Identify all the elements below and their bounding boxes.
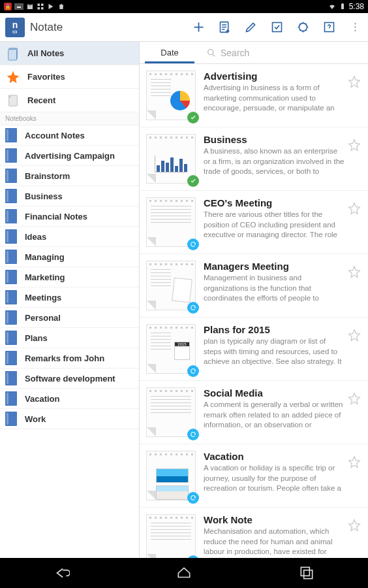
favorite-button[interactable] bbox=[345, 71, 364, 120]
notebook-label: Account Notes bbox=[25, 131, 85, 140]
note-thumbnail bbox=[146, 134, 196, 184]
notebook-icon bbox=[5, 351, 17, 365]
note-item[interactable]: Social MediaA comment is generally a ver… bbox=[140, 381, 368, 444]
notebook-label: Personal bbox=[25, 313, 61, 323]
note-desc: Advertising in business is a form of mar… bbox=[204, 83, 345, 114]
notebook-item[interactable]: Software development bbox=[0, 368, 139, 389]
new-note-button[interactable] bbox=[211, 13, 238, 42]
star-icon bbox=[347, 328, 361, 342]
svg-point-12 bbox=[354, 29, 356, 31]
notebook-item[interactable]: Financial Notes bbox=[0, 206, 139, 227]
notebook-item[interactable]: Ideas bbox=[0, 227, 139, 247]
nav-label: Recent bbox=[27, 95, 55, 105]
svg-rect-0 bbox=[38, 4, 40, 7]
note-title: Vacation bbox=[204, 451, 345, 462]
overflow-button[interactable] bbox=[342, 13, 368, 42]
clock-text: 5:38 bbox=[349, 2, 364, 11]
svg-rect-7 bbox=[272, 23, 281, 32]
svg-point-10 bbox=[354, 23, 356, 25]
note-item[interactable]: AdvertisingAdvertising in business is a … bbox=[140, 64, 368, 127]
notebook-icon bbox=[5, 391, 17, 406]
favorite-button[interactable] bbox=[345, 324, 364, 374]
note-item[interactable]: Work NoteMechanisation and automation, w… bbox=[140, 508, 368, 558]
notebook-label: Vacation bbox=[25, 394, 59, 404]
note-list[interactable]: AdvertisingAdvertising in business is a … bbox=[140, 64, 368, 558]
notebook-icon bbox=[5, 270, 17, 284]
tab-date[interactable]: Date bbox=[140, 42, 200, 63]
add-button[interactable] bbox=[185, 13, 211, 42]
notebook-item[interactable]: Managing bbox=[0, 247, 139, 267]
note-thumbnail bbox=[146, 514, 196, 558]
star-icon bbox=[347, 74, 361, 89]
status-badge-ok bbox=[187, 175, 199, 187]
notebook-item[interactable]: Work bbox=[0, 409, 139, 429]
note-title: CEO's Meeting bbox=[204, 197, 345, 208]
nav-label: All Notes bbox=[27, 48, 64, 58]
wifi-icon bbox=[328, 3, 336, 10]
settings-button[interactable] bbox=[290, 13, 316, 42]
notebook-item[interactable]: Marketing bbox=[0, 267, 139, 287]
nav-recent[interactable]: Recent bbox=[0, 89, 139, 112]
notebook-label: Meetings bbox=[25, 293, 61, 302]
bag-icon bbox=[57, 3, 65, 10]
notebook-item[interactable]: Advertising Campaign bbox=[0, 146, 139, 166]
favorite-button[interactable] bbox=[345, 387, 364, 437]
lock-icon: 🔒 bbox=[4, 3, 12, 10]
notebook-item[interactable]: Meetings bbox=[0, 287, 139, 308]
note-item[interactable]: BusinessA business, also known as an ent… bbox=[140, 127, 368, 191]
recent-icon bbox=[5, 93, 21, 108]
notebook-label: Business bbox=[25, 191, 63, 201]
status-badge-sync bbox=[187, 238, 199, 250]
note-item[interactable]: Managers MeetingManagement in business a… bbox=[140, 254, 368, 318]
help-button[interactable] bbox=[316, 13, 342, 42]
note-title: Work Note bbox=[204, 514, 345, 525]
favorite-button[interactable] bbox=[345, 451, 364, 500]
back-button[interactable] bbox=[42, 558, 81, 588]
notebook-item[interactable]: Account Notes bbox=[0, 125, 139, 146]
search-input[interactable]: Search bbox=[200, 42, 368, 63]
recents-button[interactable] bbox=[287, 558, 326, 588]
svg-rect-2 bbox=[38, 7, 40, 10]
notebook-item[interactable]: Remarks from John bbox=[0, 348, 139, 368]
nav-all[interactable]: All Notes bbox=[0, 42, 139, 65]
notebook-item[interactable]: Plans bbox=[0, 328, 139, 348]
notebook-item[interactable]: Personal bbox=[0, 308, 139, 328]
favorite-button[interactable] bbox=[345, 514, 364, 558]
note-title: Advertising bbox=[204, 71, 345, 82]
note-desc: A business, also known as an enterprise … bbox=[204, 146, 345, 177]
note-item[interactable]: Plans for 2015plan is typically any diag… bbox=[140, 318, 368, 381]
note-item[interactable]: VacationA vacation or holiday is a speci… bbox=[140, 444, 368, 508]
edit-button[interactable] bbox=[238, 13, 264, 42]
notebook-icon bbox=[5, 371, 17, 385]
note-title: Plans for 2015 bbox=[204, 324, 345, 335]
nav-favorites[interactable]: Favorites bbox=[0, 65, 139, 89]
notebook-label: Work bbox=[25, 414, 46, 424]
notebook-label: Marketing bbox=[25, 272, 65, 282]
notebook-item[interactable]: Brainstorm bbox=[0, 166, 139, 186]
notebook-icon bbox=[5, 250, 17, 264]
note-desc: A vacation or holiday is a specific trip… bbox=[204, 463, 345, 494]
notebook-label: Financial Notes bbox=[25, 212, 87, 221]
note-thumbnail bbox=[146, 197, 196, 247]
favorite-button[interactable] bbox=[345, 261, 364, 310]
note-desc: Mechanisation and automation, which redu… bbox=[204, 527, 345, 557]
favorite-button[interactable] bbox=[345, 197, 364, 247]
battery-icon bbox=[339, 3, 346, 10]
content-pane: Date Search AdvertisingAdvertising in bu… bbox=[140, 42, 368, 558]
note-thumbnail bbox=[146, 324, 196, 374]
note-thumbnail bbox=[146, 387, 196, 437]
home-button[interactable] bbox=[164, 558, 204, 588]
notebooks-header: Notebooks bbox=[0, 112, 139, 125]
svg-rect-3 bbox=[41, 7, 44, 10]
android-nav-bar bbox=[0, 558, 368, 588]
svg-rect-18 bbox=[301, 567, 309, 576]
notebook-icon bbox=[5, 412, 17, 426]
notebook-item[interactable]: Business bbox=[0, 186, 139, 206]
select-button[interactable] bbox=[264, 13, 290, 42]
note-item[interactable]: CEO's MeetingThere are various other tit… bbox=[140, 191, 368, 254]
favorite-button[interactable] bbox=[345, 134, 364, 184]
app-logo-icon: n▭ bbox=[5, 18, 25, 37]
notebook-icon bbox=[5, 169, 17, 183]
svg-rect-4 bbox=[341, 4, 344, 9]
notebook-item[interactable]: Vacation bbox=[0, 389, 139, 409]
